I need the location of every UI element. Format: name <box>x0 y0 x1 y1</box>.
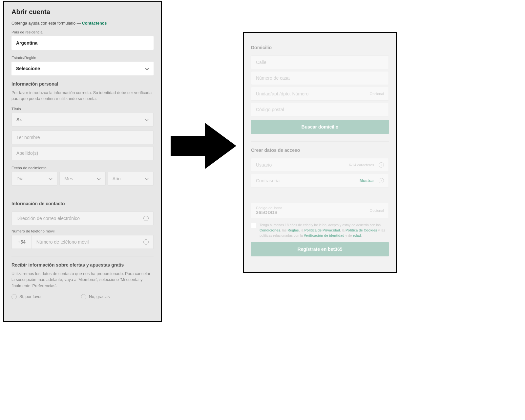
dob-row: Día Mes Año <box>11 172 154 188</box>
contact-us-link[interactable]: Contáctenos <box>82 21 107 26</box>
address-section: Domicilio Opcional Buscar domicilio <box>251 39 389 134</box>
offers-heading: Recibir información sobre ofertas y apue… <box>11 262 154 268</box>
terms-checkbox[interactable] <box>251 223 256 228</box>
title-label: Título <box>11 107 154 111</box>
country-select[interactable]: Argentina <box>11 36 154 50</box>
find-address-button[interactable]: Buscar domicilio <box>251 120 389 134</box>
optional-label: Opcional <box>370 92 384 96</box>
cookies-link[interactable]: Política de Cookies <box>346 228 377 232</box>
arrow-icon <box>171 121 236 170</box>
divider: Recibir información sobre ofertas y apue… <box>11 256 154 299</box>
privacy-link[interactable]: Política de Privacidad <box>304 228 340 232</box>
dob-day-select[interactable]: Día <box>11 172 57 186</box>
terms-text: Tengo al menos 18 años de edad y he leíd… <box>260 223 389 238</box>
phone-prefix[interactable]: +54 <box>11 235 32 249</box>
offers-no-radio[interactable]: No, gracias <box>81 294 110 299</box>
username-input[interactable]: 6-14 caracteres i <box>251 158 389 172</box>
identity-link[interactable]: Verificación de identidad <box>304 233 345 237</box>
dob-day-label: Día <box>16 176 24 181</box>
unit-input[interactable]: Opcional <box>251 87 389 101</box>
bonus-code-input[interactable]: Código del bono 365ODDS Opcional <box>251 203 389 218</box>
dob-label: Fecha de nacimiento <box>11 166 154 170</box>
help-line: Obtenga ayuda con este formulario — Cont… <box>11 21 154 26</box>
postal-input[interactable] <box>251 103 389 116</box>
offers-yes-label: Sí, por favor <box>19 294 42 299</box>
phone-row: +54 i <box>11 235 154 249</box>
chevron-down-icon <box>145 118 149 122</box>
email-input[interactable]: i <box>11 211 154 225</box>
state-value: Seleccione <box>16 66 40 71</box>
registration-panel-right: Domicilio Opcional Buscar domicilio Crea… <box>243 32 397 273</box>
dob-year-select[interactable]: Año <box>108 172 154 186</box>
radio-icon <box>11 294 17 299</box>
bonus-value: 365ODDS <box>256 210 282 215</box>
offers-radio-group: Sí, por favor No, gracias <box>11 294 154 299</box>
lastname-input[interactable] <box>11 146 154 160</box>
chevron-down-icon <box>97 177 101 181</box>
lastname-field[interactable] <box>16 150 149 156</box>
password-field[interactable] <box>256 178 360 183</box>
chevron-down-icon <box>145 177 149 181</box>
house-number-field[interactable] <box>256 75 384 81</box>
email-field[interactable] <box>16 216 141 221</box>
personal-info-heading: Información personal <box>11 81 154 87</box>
phone-input[interactable]: i <box>32 235 154 249</box>
offers-desc: Utilizaremos los datos de contacto que n… <box>11 271 154 289</box>
info-icon[interactable]: i <box>379 178 384 183</box>
conditions-link[interactable]: Condiciones <box>260 228 280 232</box>
house-number-input[interactable] <box>251 71 389 85</box>
radio-icon <box>81 294 86 299</box>
street-field[interactable] <box>256 60 384 65</box>
dob-month-select[interactable]: Mes <box>59 172 105 186</box>
page-title: Abrir cuenta <box>11 8 154 16</box>
title-value: Sr. <box>16 117 22 122</box>
postal-field[interactable] <box>256 107 384 112</box>
terms-row: Tengo al menos 18 años de edad y he leíd… <box>251 223 389 238</box>
country-label: País de residencia <box>11 30 154 34</box>
country-value: Argentina <box>16 40 37 46</box>
username-field[interactable] <box>256 162 349 168</box>
show-password-toggle[interactable]: Mostrar <box>360 178 374 183</box>
divider: Información de contacto i Número de telé… <box>11 195 154 249</box>
street-input[interactable] <box>251 55 389 69</box>
phone-label: Número de teléfono móvil <box>11 229 154 233</box>
offers-yes-radio[interactable]: Sí, por favor <box>11 294 42 299</box>
title-select[interactable]: Sr. <box>11 113 154 127</box>
registration-panel-left: Abrir cuenta Obtenga ayuda con este form… <box>3 1 162 322</box>
help-prefix: Obtenga ayuda con este formulario — <box>11 21 82 26</box>
phone-field[interactable] <box>36 239 141 245</box>
optional-label: Opcional <box>370 209 384 212</box>
offers-no-label: No, gracias <box>89 294 110 299</box>
chevron-down-icon <box>145 67 149 70</box>
register-button[interactable]: Regístrate en bet365 <box>251 242 389 256</box>
contact-info-heading: Información de contacto <box>11 201 154 206</box>
state-select[interactable]: Seleccione <box>11 62 154 75</box>
bonus-section: Código del bono 365ODDS Opcional Tengo a… <box>251 195 389 256</box>
access-section: Crear datos de acceso 6-14 caracteres i … <box>251 141 389 188</box>
dob-month-label: Mes <box>64 176 73 181</box>
info-icon[interactable]: i <box>143 216 149 221</box>
access-heading: Crear datos de acceso <box>251 148 389 153</box>
dob-year-label: Año <box>113 176 121 181</box>
unit-field[interactable] <box>256 91 370 96</box>
svg-marker-0 <box>171 123 236 169</box>
state-label: Estado/Región <box>11 56 154 60</box>
info-icon[interactable]: i <box>379 162 384 168</box>
firstname-field[interactable] <box>16 135 149 140</box>
personal-info-desc: Por favor introduzca la información corr… <box>11 90 154 102</box>
bonus-label: Código del bono <box>256 206 282 210</box>
chevron-down-icon <box>49 177 52 181</box>
rules-link[interactable]: Reglas <box>287 228 299 232</box>
password-input[interactable]: Mostrar i <box>251 174 389 188</box>
age-link[interactable]: edad <box>353 233 361 237</box>
firstname-input[interactable] <box>11 130 154 144</box>
info-icon[interactable]: i <box>143 239 149 245</box>
address-heading: Domicilio <box>251 45 389 50</box>
username-hint: 6-14 caracteres <box>349 163 374 167</box>
